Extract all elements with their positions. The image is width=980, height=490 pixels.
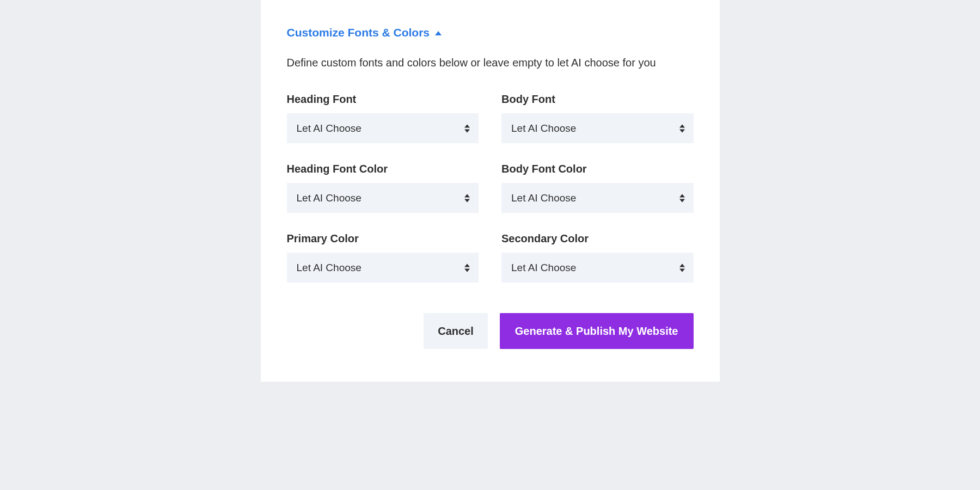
heading-font-label: Heading Font xyxy=(287,93,479,106)
select-arrows-icon xyxy=(464,124,470,132)
heading-font-field: Heading Font Let AI Choose xyxy=(287,93,479,143)
primary-color-field: Primary Color Let AI Choose xyxy=(287,232,479,283)
heading-font-select[interactable]: Let AI Choose xyxy=(287,113,479,143)
fields-grid: Heading Font Let AI Choose Body Font Let… xyxy=(287,93,694,283)
heading-font-value: Let AI Choose xyxy=(297,122,362,134)
generate-publish-button[interactable]: Generate & Publish My Website xyxy=(500,313,694,349)
action-bar: Cancel Generate & Publish My Website xyxy=(287,313,694,349)
heading-font-color-value: Let AI Choose xyxy=(297,192,362,204)
secondary-color-label: Secondary Color xyxy=(501,232,694,245)
select-arrows-icon xyxy=(464,194,470,202)
select-arrows-icon xyxy=(464,264,470,272)
secondary-color-value: Let AI Choose xyxy=(511,262,576,274)
customize-panel: Customize Fonts & Colors Define custom f… xyxy=(261,0,720,382)
body-font-label: Body Font xyxy=(501,93,694,106)
heading-font-color-field: Heading Font Color Let AI Choose xyxy=(287,163,479,213)
body-font-color-label: Body Font Color xyxy=(501,163,694,175)
body-font-field: Body Font Let AI Choose xyxy=(501,93,694,143)
primary-color-value: Let AI Choose xyxy=(297,262,362,274)
select-arrows-icon xyxy=(679,194,685,202)
body-font-color-value: Let AI Choose xyxy=(511,192,576,204)
secondary-color-select[interactable]: Let AI Choose xyxy=(501,253,694,283)
primary-color-label: Primary Color xyxy=(287,232,479,245)
section-title: Customize Fonts & Colors xyxy=(287,26,430,39)
body-font-select[interactable]: Let AI Choose xyxy=(501,113,694,143)
select-arrows-icon xyxy=(679,124,685,132)
body-font-value: Let AI Choose xyxy=(511,122,576,134)
secondary-color-field: Secondary Color Let AI Choose xyxy=(501,232,694,283)
body-font-color-select[interactable]: Let AI Choose xyxy=(501,183,694,213)
heading-font-color-select[interactable]: Let AI Choose xyxy=(287,183,479,213)
caret-up-icon xyxy=(435,31,442,35)
cancel-button[interactable]: Cancel xyxy=(424,313,488,349)
body-font-color-field: Body Font Color Let AI Choose xyxy=(501,163,694,213)
heading-font-color-label: Heading Font Color xyxy=(287,163,479,175)
section-toggle[interactable]: Customize Fonts & Colors xyxy=(287,26,694,39)
primary-color-select[interactable]: Let AI Choose xyxy=(287,253,479,283)
select-arrows-icon xyxy=(679,264,685,272)
section-description: Define custom fonts and colors below or … xyxy=(287,54,679,71)
